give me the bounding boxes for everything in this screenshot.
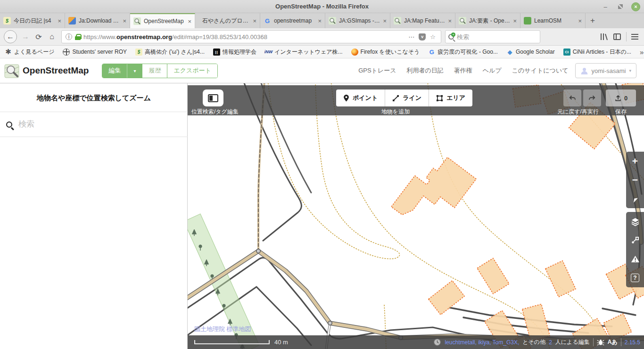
search-icon [6,122,12,128]
help-button[interactable]: ? [626,268,644,287]
scale-label: 40 m [274,339,288,346]
bookmark-fatigue[interactable]: G疲労度の可視化 - Goo... [428,48,498,56]
tab-blog[interactable]: 石やさんのブログ:鶴 × [195,13,260,28]
menu-icon[interactable] [631,34,638,40]
redo-button[interactable] [583,89,601,106]
map-canvas[interactable]: 位置検索/タグ編集 ポイント ライン エリア 地物を追加 0 元 [188,83,644,349]
tab-gsimaps[interactable]: JA:GSImaps - Op × [325,13,390,28]
draw-area-button[interactable]: エリア [429,89,472,106]
map-graphics[interactable] [188,83,644,349]
user-menu[interactable]: yomi-sasami ▾ [575,63,637,78]
editors-count-link[interactable]: 2 [549,339,552,346]
bookmark-scholar[interactable]: ◆Google Scholar [506,49,555,56]
layers-icon [631,217,640,226]
forward-button[interactable]: → [19,30,32,43]
tab-josm-download[interactable]: Ja:Download – J × [65,13,130,28]
translate-badge[interactable]: Aあ [608,338,618,346]
gsi-attribution-link[interactable]: 国土地理院 標準地図 [194,325,251,333]
url-bar[interactable]: i https://www.openstreetmap.org/edit#map… [61,30,441,43]
geolocate-button[interactable] [626,189,644,208]
zoom-in-button[interactable]: + [626,152,644,170]
bug-icon[interactable] [597,339,604,346]
osm-brand-title[interactable]: OpenStreetMap [23,65,89,76]
page-actions-icon[interactable]: ⋯ [407,33,416,41]
sidebar-heading: 地物名や座標で位置検索してズーム [0,94,188,103]
history-clock-icon[interactable] [433,338,441,346]
version-link[interactable]: 2.15.5 [625,339,640,346]
close-tab-icon[interactable]: × [318,17,322,24]
map-data-button[interactable] [626,231,644,250]
minimize-button[interactable]: – [601,2,610,11]
close-tab-icon[interactable]: × [513,17,517,24]
history-button[interactable]: 履歴 [142,64,167,78]
bookmark-takahashi[interactable]: $高橋佑介 ('ω') さん|s4... [135,48,205,56]
link-user-diaries[interactable]: 利用者の日記 [407,66,444,75]
undo-button[interactable] [563,89,581,106]
sidebar-toggle-button[interactable] [203,89,223,106]
save-button[interactable]: 0 [606,89,636,106]
osm-favicon [394,17,401,24]
site-info-icon[interactable]: i [66,33,72,40]
background-layers-button[interactable] [626,212,644,231]
editors-links[interactable]: leuchtmetall, ikiya, Tom_G3X, [445,339,519,346]
library-icon[interactable] [600,32,608,41]
close-tab-icon[interactable]: × [123,17,126,24]
link-copyright[interactable]: 著作権 [454,66,472,75]
sidebar-panel-icon[interactable] [613,32,621,41]
google-favicon: G [264,17,271,24]
bookmark-star-icon[interactable]: ☆ [429,33,437,41]
home-button[interactable]: ⌂ [45,30,58,43]
browser-search-input[interactable] [457,33,523,41]
new-tab-button[interactable]: + [586,13,600,28]
feature-search[interactable] [0,112,188,137]
tab-label: JA:Map Features [404,17,445,24]
tab-learnosm[interactable]: LearnOSM × [520,13,586,28]
link-help[interactable]: ヘルプ [483,66,502,75]
close-tab-icon[interactable]: × [188,18,191,25]
back-button[interactable]: ← [4,30,17,43]
close-tab-icon[interactable]: × [58,17,61,24]
tab-diary[interactable]: $ 今日の日記 |s4 × [0,13,65,28]
close-tab-icon[interactable]: × [253,17,256,24]
edit-button[interactable]: 編集 [102,64,127,78]
tab-map-features[interactable]: JA:Map Features × [390,13,455,28]
draw-line-button[interactable]: ライン [385,89,429,106]
close-button[interactable]: × [631,2,640,11]
feature-search-input[interactable] [18,120,174,129]
zoom-out-button[interactable]: − [626,170,644,189]
user-caret-icon: ▾ [629,68,631,73]
edit-dropdown-caret[interactable]: ▾ [127,64,142,78]
tab-elements[interactable]: JA:要素 - OpenS × [455,13,520,28]
draw-point-button[interactable]: ポイント [336,89,385,106]
tab-google-search[interactable]: G openstreetmap × [260,13,325,28]
reload-button[interactable]: ⟳ [32,30,45,43]
pocket-icon[interactable]: v [419,33,426,41]
search-add-icon: + [451,32,455,37]
draw-mode-group: ポイント ライン エリア [336,89,472,106]
link-about[interactable]: このサイトについて [512,66,569,75]
bookmark-ipsj[interactable]: ||情報処理学会 [213,48,256,56]
osm-favicon [133,17,141,25]
maximize-icon [618,4,623,9]
close-tab-icon[interactable]: × [578,17,582,24]
bookmark-internetware[interactable]: iNWインターネットウェア株... [265,48,343,56]
maximize-button[interactable] [616,2,625,11]
tab-label: JA:要素 - OpenS [469,17,510,25]
osm-logo[interactable] [4,63,20,79]
bookmark-cinii[interactable]: CiCiNii Articles - 日本の... [563,48,631,56]
close-tab-icon[interactable]: × [448,17,452,24]
add-feature-label: 地物を追加 [337,108,454,116]
bookmark-frequent[interactable]: ✱よく見るページ [5,48,54,56]
help-icon: ? [631,274,639,282]
link-gps-traces[interactable]: GPSトレース [358,66,396,75]
close-tab-icon[interactable]: × [383,17,387,24]
save-label: 保存 [611,108,631,116]
tab-openstreetmap-active[interactable]: OpenStreetMap × [130,13,195,28]
bookmarks-overflow-chevron[interactable]: » [640,48,644,56]
bookmark-students-server[interactable]: Students' server ROY [63,49,127,56]
url-text[interactable]: https://www.openstreetmap.org/edit#map=1… [83,33,404,41]
bookmark-firefox-tips[interactable]: Firefox を使いこなそう [351,48,420,56]
search-box[interactable]: + [445,30,540,43]
export-button[interactable]: エクスポート [167,64,217,78]
issues-button[interactable] [626,250,644,268]
